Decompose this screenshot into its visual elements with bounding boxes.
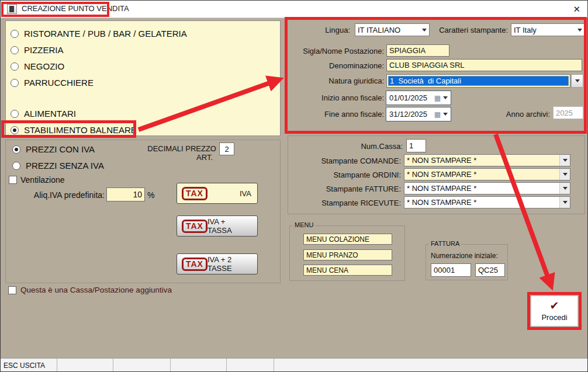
title-bar: CREAZIONE PUNTO VENDITA ✕ <box>1 1 587 18</box>
radio-label: RISTORANTE / PUB / BAR / GELATERIA <box>24 29 187 39</box>
calendar-icon: ▦ <box>434 111 441 118</box>
dropdown-button <box>559 155 570 166</box>
radio-negozio[interactable]: NEGOZIO <box>11 61 64 71</box>
natura-giuridica-select[interactable]: 1 Società di Capitali <box>386 74 570 88</box>
status-cell <box>227 359 274 372</box>
lingua-label: Lingua: <box>305 26 350 34</box>
decimali-input[interactable]: 2 <box>219 142 234 155</box>
business-type-panel: RISTORANTE / PUB / BAR / GELATERIA PIZZE… <box>5 20 281 136</box>
menu-group-legend: MENU <box>293 221 315 228</box>
radio-circle[interactable] <box>11 126 19 134</box>
ventilazione-checkbox[interactable] <box>9 176 17 184</box>
sigla-input[interactable]: SPIAGGIA <box>386 44 449 57</box>
tax-iva-button[interactable]: TAX IVA <box>177 183 258 204</box>
radio-label: ALIMENTARI <box>24 109 76 119</box>
tax-stamp-icon: TAX <box>182 258 207 271</box>
radio-label: PREZZI CON IVA <box>26 144 95 154</box>
radio-ristorante[interactable]: RISTORANTE / PUB / BAR / GELATERIA <box>11 29 187 39</box>
tax-button-label: IVA <box>240 189 251 198</box>
stampante-fatture-label: Stampante FATTURE: <box>305 185 401 193</box>
chevron-down-icon <box>575 79 580 82</box>
stampante-comande-select[interactable]: * NON STAMPARE * <box>404 154 570 166</box>
radio-label: NEGOZIO <box>24 61 64 71</box>
fine-anno-datepicker[interactable]: 31/12/2025 ▦ <box>386 107 451 121</box>
radio-circle[interactable] <box>11 62 19 71</box>
numerazione-iniziale-label: Numerazione iniziale: <box>431 252 507 260</box>
denominazione-input[interactable]: CLUB SPIAGGIA SRL <box>386 59 582 71</box>
status-bar: ESC USCITA <box>1 358 588 372</box>
chevron-down-icon <box>577 29 582 32</box>
radio-prezzi-senza-iva[interactable]: PREZZI SENZA IVA <box>12 161 104 171</box>
chevron-down-icon <box>563 187 568 190</box>
radio-circle[interactable] <box>12 145 20 154</box>
creazione-punto-vendita-window: CREAZIONE PUNTO VENDITA ✕ RISTORANTE / P… <box>0 0 588 372</box>
status-cell <box>113 359 171 372</box>
cassa-aggiuntiva-row[interactable]: Questa è una Cassa/Postazione aggiuntiva <box>8 286 172 294</box>
procedi-button[interactable]: ✔ Procedi <box>531 295 578 326</box>
num-cassa-label: Num.Cassa: <box>328 142 403 151</box>
lingua-select[interactable]: IT ITALIANO <box>355 23 430 36</box>
radio-circle[interactable] <box>12 162 20 170</box>
aliq-iva-input[interactable]: 10 <box>106 187 145 201</box>
chevron-down-icon <box>563 173 568 176</box>
dropdown-button <box>559 197 570 208</box>
num-cassa-input[interactable]: 1 <box>406 139 426 152</box>
menu-pranzo-input[interactable]: MENU PRANZO <box>303 249 392 260</box>
sigla-label: Sigla/Nome Postazione: <box>290 47 384 55</box>
tax-button-label: IVA + 2 TASSE <box>207 255 251 273</box>
radio-circle[interactable] <box>11 110 19 118</box>
natura-giuridica-dropdown-button[interactable] <box>571 74 583 88</box>
decimali-prezzo-label: DECIMALI PREZZO <box>144 144 216 153</box>
inizio-anno-datepicker[interactable]: 01/01/2025 ▦ <box>386 91 451 105</box>
fattura-group-legend: FATTURA <box>429 240 461 247</box>
tax-iva-tassa-button[interactable]: TAX IVA + TASSA <box>177 215 258 237</box>
radio-label: PIZZERIA <box>24 45 64 55</box>
radio-circle[interactable] <box>11 46 19 54</box>
cassa-aggiuntiva-checkbox[interactable] <box>8 286 16 294</box>
caratteri-stampante-label: Caratteri stampante: <box>432 26 508 34</box>
aliq-iva-label: Aliq.IVA predefinita: <box>24 190 105 200</box>
numerazione-number-input[interactable]: 00001 <box>431 263 471 277</box>
stampante-comande-label: Stampante COMANDE: <box>305 157 401 165</box>
percent-label: % <box>147 190 158 200</box>
cassa-aggiuntiva-label: Questa è una Cassa/Postazione aggiuntiva <box>20 286 172 294</box>
radio-pizzeria[interactable]: PIZZERIA <box>11 45 64 55</box>
close-icon[interactable]: ✕ <box>573 4 580 15</box>
ventilazione-checkbox-row[interactable]: Ventilazione <box>9 175 65 185</box>
anno-archivi-label: Anno archivi: <box>497 110 550 119</box>
stampante-ordini-label: Stampante ORDINI: <box>305 171 401 179</box>
fine-anno-label: Fine anno fiscale: <box>290 110 384 119</box>
chevron-down-icon <box>422 29 427 32</box>
chevron-down-icon <box>443 96 448 99</box>
tax-stamp-icon: TAX <box>182 187 207 200</box>
status-cell <box>57 359 113 372</box>
chevron-down-icon <box>443 113 448 116</box>
numerazione-code-input[interactable]: QC25 <box>475 263 505 277</box>
stampante-ricevute-select[interactable]: * NON STAMPARE * <box>404 196 570 208</box>
tax-button-label: IVA + TASSA <box>207 217 251 235</box>
inizio-anno-label: Inizio anno fiscale: <box>290 93 384 102</box>
radio-circle[interactable] <box>11 30 19 38</box>
radio-prezzi-con-iva[interactable]: PREZZI CON IVA <box>12 144 95 154</box>
denominazione-label: Denominazione: <box>290 61 384 70</box>
natura-giuridica-label: Natura giuridica: <box>290 77 384 85</box>
radio-parrucchiere[interactable]: PARRUCCHIERE <box>11 78 94 88</box>
radio-alimentari[interactable]: ALIMENTARI <box>11 109 76 119</box>
status-cell <box>274 359 588 372</box>
natura-giuridica-value: 1 Società di Capitali <box>388 76 569 86</box>
window-title: CREAZIONE PUNTO VENDITA <box>22 4 129 13</box>
radio-stabilimento-balneare[interactable]: STABILIMENTO BALNEARE <box>11 125 137 135</box>
caratteri-stampante-select[interactable]: IT Italy <box>511 23 585 36</box>
stampante-fatture-select[interactable]: * NON STAMPARE * <box>404 182 570 194</box>
menu-colazione-input[interactable]: MENU COLAZIONE <box>303 234 392 245</box>
stampante-ordini-select[interactable]: * NON STAMPARE * <box>404 168 570 180</box>
procedi-label: Procedi <box>541 313 567 322</box>
tax-iva-2-tasse-button[interactable]: TAX IVA + 2 TASSE <box>177 253 258 274</box>
check-icon: ✔ <box>550 300 559 312</box>
radio-label: PREZZI SENZA IVA <box>26 161 104 171</box>
tax-stamp-icon: TAX <box>182 220 207 233</box>
radio-circle[interactable] <box>11 79 19 87</box>
ventilazione-label: Ventilazione <box>20 175 65 185</box>
menu-cena-input[interactable]: MENU CENA <box>303 265 392 276</box>
anno-archivi-input: 2025 <box>553 106 583 119</box>
